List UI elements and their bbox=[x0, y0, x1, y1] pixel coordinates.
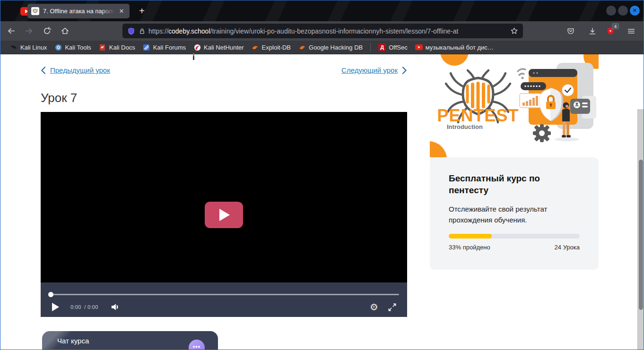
svg-text:Introduction: Introduction bbox=[447, 123, 483, 130]
prev-lesson-link[interactable]: Предыдущий урок bbox=[41, 66, 110, 74]
big-play-button[interactable] bbox=[205, 202, 243, 228]
kali-docs-icon bbox=[99, 43, 106, 51]
minimize-button[interactable] bbox=[606, 6, 616, 16]
bookmark-offsec[interactable]: Д OffSec bbox=[374, 42, 411, 52]
chat-label: Чат курса bbox=[57, 337, 89, 345]
svg-text:PENTEST: PENTEST bbox=[437, 106, 519, 125]
course-banner: PENTEST Introduction bbox=[430, 54, 599, 157]
bookmark-kali-tools[interactable]: Kali Tools bbox=[51, 42, 95, 52]
chat-bubble-icon[interactable]: ••• bbox=[189, 340, 205, 350]
pentest-banner-illustration: PENTEST Introduction bbox=[430, 54, 599, 157]
google-hacking-db-bird-icon bbox=[298, 43, 306, 51]
back-icon[interactable] bbox=[3, 24, 18, 39]
maximize-button[interactable] bbox=[618, 6, 628, 16]
youtube-icon bbox=[415, 43, 423, 51]
tab-close-icon[interactable]: ✕ bbox=[117, 7, 126, 16]
adblock-extension-icon[interactable]: 4 bbox=[604, 25, 617, 38]
extension-badge: 4 bbox=[612, 23, 619, 29]
page-scrollbar[interactable] bbox=[637, 109, 644, 350]
progress-percent-label: 33% пройдено bbox=[449, 244, 490, 251]
kali-dragon-icon bbox=[10, 43, 17, 51]
next-lesson-link[interactable]: Следующий урок bbox=[341, 66, 407, 74]
kali-forums-icon bbox=[143, 43, 150, 51]
nav-toolbar: https://codeby.school/training/view/urok… bbox=[0, 21, 644, 41]
tab-active[interactable]: 7. Offline атака на пароли ✕ bbox=[27, 4, 130, 18]
chevron-left-icon bbox=[41, 67, 46, 74]
codeby-spider-favicon-icon bbox=[31, 7, 39, 15]
time-display: 0:00 / 0:00 bbox=[70, 304, 98, 310]
scrollbar-thumb[interactable] bbox=[639, 160, 643, 310]
tracking-protection-shield-icon[interactable] bbox=[127, 27, 135, 35]
kali-tools-icon bbox=[54, 43, 62, 51]
course-progress-card: Бесплатный курс по пентесту Отслеживайте… bbox=[430, 157, 599, 270]
bookmark-google-hacking-db[interactable]: Google Hacking DB bbox=[295, 42, 366, 52]
forward-icon[interactable] bbox=[21, 24, 36, 39]
menu-hamburger-icon[interactable] bbox=[624, 24, 639, 39]
browser-window: 7. Offline атака на пароли ✕ + ✕ bbox=[0, 0, 644, 350]
clipped-heading-artifact bbox=[193, 53, 194, 60]
video-controls: 0:00 / 0:00 ⚙ bbox=[41, 282, 407, 317]
play-button[interactable] bbox=[52, 303, 59, 311]
kali-nethunter-icon bbox=[193, 43, 201, 51]
bookmarks-separator bbox=[370, 43, 371, 51]
offsec-icon: Д bbox=[378, 43, 386, 51]
url-text: https://codeby.school/training/view/urok… bbox=[148, 27, 510, 35]
video-player: 0:00 / 0:00 ⚙ bbox=[41, 112, 407, 317]
tab-title: 7. Offline атака на пароли bbox=[43, 7, 114, 16]
seek-track[interactable] bbox=[49, 294, 399, 295]
bookmarks-bar: Kali Linux Kali Tools Kali Docs Kali For… bbox=[0, 41, 644, 54]
sidebar: PENTEST Introduction bbox=[430, 55, 599, 350]
fullscreen-icon[interactable] bbox=[388, 303, 397, 312]
course-card-description: Отслеживайте свой результат прохождения … bbox=[449, 204, 576, 225]
new-tab-button[interactable]: + bbox=[136, 5, 148, 17]
home-icon[interactable] bbox=[57, 24, 72, 39]
lesson-navigation: Предыдущий урок Следующий урок bbox=[41, 66, 407, 74]
exploit-db-bird-icon bbox=[252, 43, 259, 51]
reload-icon[interactable] bbox=[39, 24, 54, 39]
lock-icon[interactable] bbox=[139, 27, 146, 35]
bookmark-kali-linux[interactable]: Kali Linux bbox=[6, 42, 51, 52]
video-area[interactable] bbox=[41, 112, 407, 282]
lesson-title: Урок 7 bbox=[41, 91, 77, 105]
bookmark-kali-docs[interactable]: Kali Docs bbox=[95, 42, 139, 52]
volume-icon[interactable] bbox=[111, 303, 120, 311]
seek-handle[interactable] bbox=[48, 292, 53, 297]
titlebar: 7. Offline атака на пароли ✕ + ✕ bbox=[0, 0, 644, 21]
course-card-title: Бесплатный курс по пентесту bbox=[449, 172, 572, 196]
lessons-count-label: 24 Урока bbox=[555, 244, 580, 251]
page-content: Предыдущий урок Следующий урок Урок 7 bbox=[0, 55, 637, 350]
bookmark-kali-forums[interactable]: Kali Forums bbox=[139, 42, 190, 52]
seek-bar[interactable] bbox=[49, 293, 399, 297]
chevron-right-icon bbox=[402, 67, 407, 74]
window-controls: ✕ bbox=[606, 6, 640, 16]
pocket-icon[interactable] bbox=[563, 24, 578, 39]
course-chat-widget[interactable]: Чат курса ••• bbox=[42, 331, 218, 350]
bookmark-music-bot[interactable]: музыкальный бот дис… bbox=[411, 42, 497, 52]
toolbar-right-icons: 4 bbox=[560, 21, 639, 41]
bookmark-exploit-db[interactable]: Exploit-DB bbox=[248, 42, 295, 52]
close-button[interactable]: ✕ bbox=[630, 6, 640, 16]
bookmark-kali-nethunter[interactable]: Kali NetHunter bbox=[190, 42, 248, 52]
course-progress-track bbox=[449, 234, 580, 239]
bookmark-star-icon[interactable] bbox=[510, 27, 518, 35]
progress-fill bbox=[449, 234, 492, 239]
settings-gear-icon[interactable]: ⚙ bbox=[370, 302, 378, 312]
url-bar[interactable]: https://codeby.school/training/view/urok… bbox=[122, 24, 523, 38]
downloads-icon[interactable] bbox=[585, 24, 600, 39]
